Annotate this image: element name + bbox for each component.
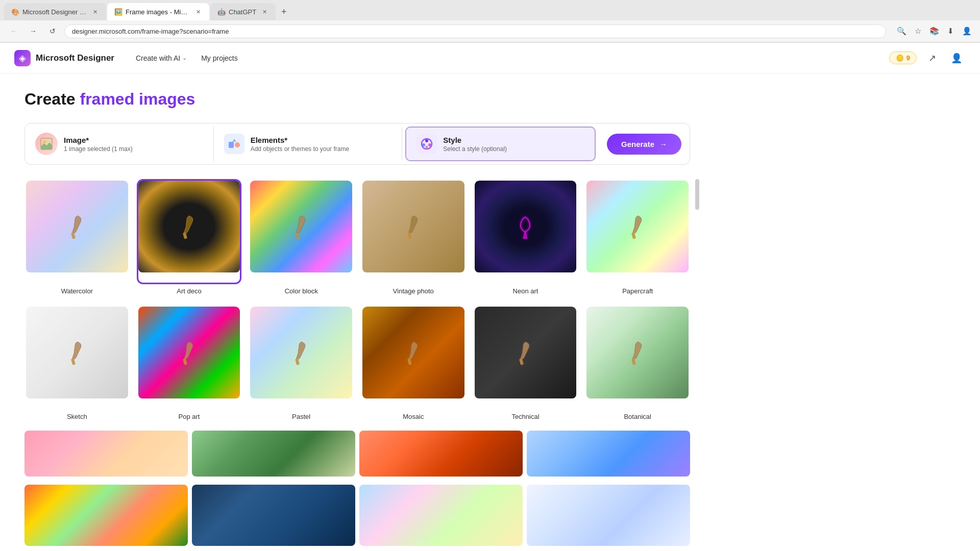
svg-point-3 (235, 142, 240, 147)
image-sub: 1 image selected (1 max) (64, 145, 133, 153)
create-with-ai-nav[interactable]: Create with AI ⌄ (129, 51, 194, 65)
image-label: Image* (64, 136, 133, 144)
image-section[interactable]: Image* 1 image selected (1 max) (25, 127, 214, 161)
style-card-mosaic[interactable]: Mosaic (361, 305, 466, 421)
style-card-watercolor[interactable]: Watercolor (24, 179, 130, 295)
svg-rect-20 (631, 358, 636, 365)
back-button[interactable]: ← (6, 23, 21, 39)
scroll-container: WatercolorArt decoColor blockVintage pho… (24, 179, 690, 420)
strip-image-sticker[interactable] (359, 485, 523, 546)
star-button[interactable]: ☆ (911, 24, 925, 38)
app-logo: ◈ Microsoft Designer (14, 50, 114, 66)
style-card-pop-art[interactable]: Pop art (137, 305, 242, 421)
generate-button[interactable]: Generate → (607, 134, 681, 155)
style-card-papercraft[interactable]: Papercraft (585, 179, 690, 295)
image-avatar (35, 133, 58, 155)
new-tab-button[interactable]: + (277, 5, 291, 19)
style-card-technical[interactable]: Technical (473, 305, 578, 421)
strip-image-2[interactable] (192, 431, 355, 477)
strip-image-food[interactable] (24, 485, 188, 546)
style-grid-2: SketchPop artPastelMosaicTechnicalBotani… (24, 305, 690, 421)
style-card-neon-art[interactable]: Neon art (473, 179, 578, 295)
image-info: Image* 1 image selected (1 max) (64, 136, 133, 153)
style-icon (416, 134, 437, 154)
page-title: Create framed images (24, 90, 690, 109)
style-name-11: Botanical (585, 413, 690, 420)
style-card-sketch[interactable]: Sketch (24, 305, 130, 421)
svg-rect-10 (71, 232, 76, 239)
download-button[interactable]: ⬇ (943, 24, 958, 38)
tab-1-label: Microsoft Designer - Stunning... (22, 8, 87, 16)
svg-rect-11 (183, 232, 188, 239)
coin-badge: 🪙 9 (889, 52, 917, 64)
style-card-art-deco[interactable]: Art deco (137, 179, 242, 295)
tab-3-label: ChatGPT (229, 8, 256, 16)
elements-info: Elements* Add objects or themes to your … (251, 136, 349, 153)
style-image-11 (586, 307, 689, 398)
svg-marker-4 (232, 139, 236, 142)
tab-3-close[interactable]: ✕ (260, 8, 268, 16)
style-card-vintage-photo[interactable]: Vintage photo (361, 179, 466, 295)
bottom-strip-2 (24, 481, 690, 546)
account-button[interactable]: 👤 (947, 49, 966, 67)
browser-controls: ← → ↺ designer.microsoft.com/frame-image… (0, 20, 980, 42)
bottom-strip-1 (24, 431, 690, 477)
style-name-8: Pastel (249, 413, 354, 420)
style-image-4 (475, 181, 577, 272)
elements-section[interactable]: Elements* Add objects or themes to your … (214, 128, 403, 160)
style-section[interactable]: Style Select a style (optional) (405, 127, 596, 161)
style-image-8 (250, 307, 352, 398)
svg-point-6 (425, 139, 428, 142)
style-card-botanical[interactable]: Botanical (585, 305, 690, 421)
strip-image-tools[interactable] (192, 485, 355, 546)
svg-rect-17 (295, 358, 300, 365)
style-name-9: Mosaic (361, 413, 466, 420)
tab-2-close[interactable]: ✕ (194, 8, 202, 16)
zoom-button[interactable]: 🔍 (894, 24, 909, 38)
brush-icon (622, 211, 653, 242)
coin-count: 9 (906, 54, 910, 62)
style-sub: Select a style (optional) (443, 145, 507, 153)
style-label: Style (443, 136, 507, 144)
share-button[interactable]: ↗ (923, 49, 941, 67)
svg-point-9 (426, 146, 428, 148)
tab-2[interactable]: 🖼️ Frame images - Microsoft Des... ✕ (107, 3, 209, 20)
style-card-pastel[interactable]: Pastel (249, 305, 354, 421)
style-image-7 (138, 307, 240, 398)
brush-icon (174, 337, 204, 368)
forward-button[interactable]: → (26, 23, 41, 39)
tab-1[interactable]: 🎨 Microsoft Designer - Stunning... ✕ (4, 3, 106, 20)
tab-2-favicon: 🖼️ (114, 8, 121, 15)
style-name-0: Watercolor (24, 287, 130, 295)
style-card-color-block[interactable]: Color block (249, 179, 354, 295)
style-image-0 (26, 181, 128, 272)
style-image-2 (250, 181, 352, 272)
strip-image-cats[interactable] (527, 485, 690, 546)
my-projects-nav[interactable]: My projects (194, 51, 245, 65)
tab-3[interactable]: 🤖 ChatGPT ✕ (210, 3, 276, 20)
svg-rect-19 (520, 358, 524, 365)
bookmark-button[interactable]: 📚 (927, 24, 941, 38)
tab-1-favicon: 🎨 (11, 8, 18, 15)
style-name-2: Color block (249, 287, 354, 295)
style-image-6 (26, 307, 128, 398)
svg-rect-13 (407, 232, 412, 239)
refresh-button[interactable]: ↺ (45, 23, 60, 39)
brush-icon (62, 211, 92, 242)
page-content: Create framed images Image* 1 image sele… (0, 73, 715, 551)
tab-1-close[interactable]: ✕ (91, 8, 99, 16)
brush-icon (398, 211, 429, 242)
svg-point-7 (428, 143, 431, 146)
app-name: Microsoft Designer (36, 53, 114, 63)
brush-icon (174, 211, 204, 242)
address-bar[interactable]: designer.microsoft.com/frame-image?scena… (64, 24, 886, 38)
scroll-thumb[interactable] (695, 179, 699, 210)
strip-image-4[interactable] (527, 431, 690, 477)
brush-icon (286, 337, 316, 368)
tab-3-favicon: 🤖 (217, 8, 225, 15)
app-header: ◈ Microsoft Designer Create with AI ⌄ My… (0, 43, 980, 73)
profile-button[interactable]: 👤 (960, 24, 974, 38)
strip-image-1[interactable] (24, 431, 188, 477)
style-name-4: Neon art (473, 287, 578, 295)
strip-image-3[interactable] (359, 431, 523, 477)
